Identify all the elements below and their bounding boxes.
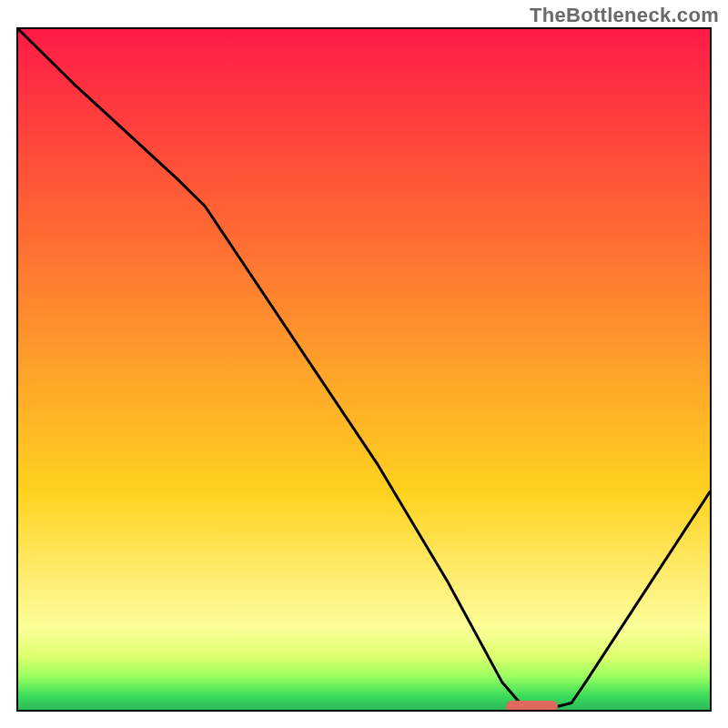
chart-svg [18,29,710,710]
chart-container: TheBottleneck.com [0,0,728,728]
plot-frame [16,27,712,712]
curve-line [18,29,710,706]
watermark-text: TheBottleneck.com [530,4,719,27]
bottleneck-marker [506,701,558,712]
